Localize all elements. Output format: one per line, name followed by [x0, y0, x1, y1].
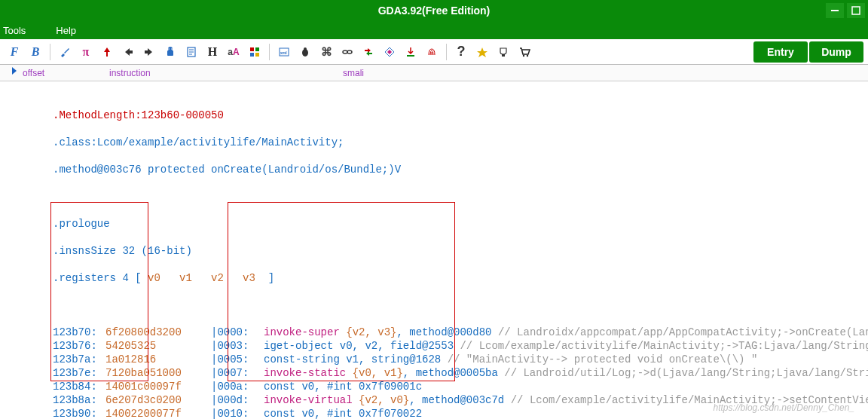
index-cell: |000d: — [211, 393, 264, 407]
menu-help[interactable]: Help — [56, 25, 76, 36]
svg-rect-2 — [167, 50, 173, 56]
help-icon[interactable]: ? — [451, 42, 471, 62]
method-length: .MethodLength:123b60-000050 — [53, 109, 224, 121]
grid-icon[interactable] — [245, 42, 264, 62]
column-header: offset instruction smali — [0, 65, 868, 81]
offset-cell: 123b70: — [53, 326, 105, 339]
code-row[interactable]: 123b7e:7120ba051000|0007:invoke-static {… — [53, 366, 868, 380]
class-line: .class:Lcom/example/activitylife/MainAct… — [53, 136, 868, 149]
android-icon[interactable] — [160, 42, 180, 62]
code-area[interactable]: .MethodLength:123b60-000050 .class:Lcom/… — [0, 81, 868, 419]
menu-tools[interactable]: Tools — [3, 25, 26, 36]
svg-rect-10 — [250, 47, 254, 51]
svg-point-17 — [304, 47, 307, 50]
command-icon[interactable]: ⌘ — [316, 42, 336, 62]
comment-cell: // "MainActivity--> protected void onCre… — [448, 353, 758, 365]
svg-rect-20 — [502, 54, 505, 57]
offset-cell: 123b90: — [53, 407, 105, 419]
col-smali[interactable]: smali — [343, 68, 868, 78]
minimize-button[interactable] — [826, 3, 844, 18]
diff-arrows-icon[interactable] — [359, 42, 378, 62]
separator — [50, 44, 50, 60]
entry-button[interactable]: Entry — [753, 41, 808, 63]
code-row[interactable]: 123b70:6f20800d3200|0000:invoke-super {v… — [53, 326, 868, 339]
code-row[interactable]: 123b76:54205325|0003:iget-object v0, v2,… — [53, 339, 868, 353]
bytes-cell: 14001c00097f — [105, 380, 211, 393]
svg-rect-12 — [250, 53, 254, 57]
index-cell: |0003: — [211, 339, 264, 353]
up-arrow-icon[interactable] — [97, 42, 117, 62]
dump-button[interactable]: Dump — [809, 41, 863, 63]
brush-icon[interactable] — [55, 42, 75, 62]
svg-point-19 — [347, 50, 352, 54]
link-icon[interactable] — [338, 42, 357, 62]
separator — [269, 44, 270, 60]
svg-point-21 — [523, 54, 524, 56]
svg-point-18 — [343, 50, 347, 54]
svg-rect-0 — [831, 10, 839, 11]
bytes-cell: 14002200077f — [105, 407, 211, 419]
h-icon[interactable]: H — [203, 42, 222, 62]
cart-icon[interactable] — [515, 42, 534, 62]
offset-cell: 123b7e: — [53, 366, 105, 380]
svg-point-5 — [171, 48, 173, 50]
watermark: https://blog.csdn.net/Denny_Chen_ — [714, 402, 854, 413]
download-icon[interactable] — [401, 42, 420, 62]
col-offset[interactable]: offset — [23, 68, 109, 78]
svg-rect-11 — [255, 47, 259, 51]
gutter-triangle-icon — [12, 67, 17, 75]
xml-icon[interactable]: xml — [274, 42, 294, 62]
svg-text:xml: xml — [280, 50, 287, 55]
offset-cell: 123b76: — [53, 339, 105, 353]
titlebar: GDA3.92(Free Edition) — [0, 0, 868, 21]
index-cell: |0005: — [211, 353, 264, 366]
toolbar-b-button[interactable]: B — [26, 42, 45, 62]
code-row[interactable]: 123b7a:1a012816|0005:const-string v1, st… — [53, 353, 868, 366]
pi-icon[interactable]: π — [76, 42, 96, 62]
bytes-cell: 6e207d3c0200 — [105, 393, 211, 407]
svg-point-4 — [168, 48, 170, 50]
bytes-cell: 6f20800d3200 — [105, 326, 211, 339]
forward-arrow-icon[interactable] — [139, 42, 159, 62]
offset-cell: 123b84: — [53, 380, 105, 393]
prologue-line: .prologue — [53, 217, 868, 231]
star-icon[interactable] — [472, 42, 492, 62]
back-arrow-icon[interactable] — [118, 42, 138, 62]
registers-line: .registers 4 [ v0 v1 v2 v3 ] — [53, 271, 868, 285]
index-cell: |000a: — [211, 380, 264, 393]
separator — [446, 44, 447, 60]
svg-rect-13 — [255, 53, 259, 57]
document-icon[interactable] — [182, 42, 201, 62]
bytes-cell: 1a012816 — [105, 353, 211, 366]
index-cell: |0007: — [211, 366, 264, 380]
bytes-cell: 7120ba051000 — [105, 366, 211, 380]
menubar: Tools Help — [0, 21, 868, 39]
svg-point-22 — [527, 54, 528, 56]
maximize-button[interactable] — [847, 3, 865, 18]
window-title: GDA3.92(Free Edition) — [378, 5, 491, 17]
comment-cell: // Lcom/example/activitylife/MainActivit… — [460, 340, 868, 352]
insns-line: .insnsSize 32 (16-bit) — [53, 244, 868, 258]
bug-icon[interactable] — [295, 42, 315, 62]
toolbar-f-button[interactable]: F — [5, 42, 24, 62]
trophy-icon[interactable] — [494, 42, 513, 62]
toolbar: F B π H aA xml ⌘ ? Entry Dump — [0, 39, 868, 65]
comment-cell: // Landroid/util/Log;->d(Ljava/lang/Stri… — [504, 367, 868, 379]
offset-cell: 123b8a: — [53, 393, 105, 407]
fingerprint-icon[interactable] — [422, 42, 442, 62]
svg-rect-1 — [852, 7, 860, 14]
comment-cell: // Landroidx/appcompat/app/AppCompatActi… — [498, 326, 868, 338]
index-cell: |0000: — [211, 326, 264, 339]
offset-cell: 123b7a: — [53, 353, 105, 366]
col-instruction[interactable]: instruction — [109, 68, 343, 78]
diamond-icon[interactable] — [380, 42, 399, 62]
method-line: .method@003c76 protected onCreate(Landro… — [53, 163, 868, 176]
code-row[interactable]: 123b84:14001c00097f|000a:const v0, #int … — [53, 380, 868, 393]
index-cell: |0010: — [211, 407, 264, 419]
bytes-cell: 54205325 — [105, 339, 211, 353]
aa-icon[interactable]: aA — [224, 42, 243, 62]
